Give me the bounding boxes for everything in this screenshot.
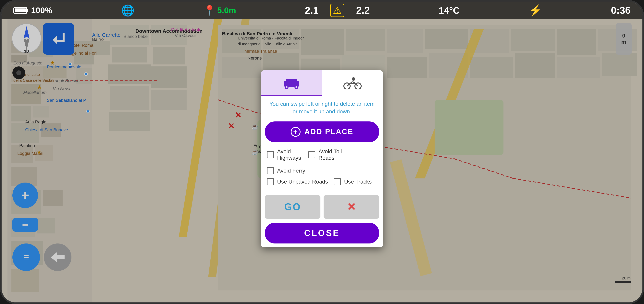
speed-display: 2.1 ⚠ 2.2 (305, 4, 370, 17)
current-speed: 2.1 (305, 5, 319, 16)
svg-point-79 (296, 86, 298, 88)
checkbox-avoid-ferry[interactable] (267, 167, 274, 174)
svg-point-78 (286, 86, 288, 88)
gps-container: 📍 5.0m (204, 5, 236, 16)
battery-percent: 100% (31, 6, 52, 15)
tab-car[interactable] (261, 70, 322, 96)
route-options: AvoidHighways Avoid TollRoads Avoid Ferr… (261, 144, 383, 193)
swipe-hint-text: You can swipe left or right to delete an… (270, 101, 374, 115)
option-avoid-ferry[interactable]: Avoid Ferry (267, 167, 305, 174)
device-frame: Alle Carrette Bairro Hotel Roma Angelino… (0, 0, 644, 304)
checkbox-unpaved[interactable] (267, 178, 274, 185)
battery-indicator (14, 7, 27, 14)
bluetooth-icon: ⚡ (528, 4, 542, 17)
option-unpaved[interactable]: Use Unpaved Roads (267, 178, 328, 185)
status-bar: 100% 🌐 📍 5.0m 2.1 ⚠ 2.2 14°C ⚡ 0:36 (2, 1, 642, 19)
label-avoid-toll: Avoid TollRoads (318, 148, 342, 161)
status-left: 100% (14, 6, 52, 15)
tab-bike[interactable] (322, 70, 383, 96)
x-cancel-icon: ✕ (347, 201, 356, 213)
option-avoid-highways[interactable]: AvoidHighways (267, 148, 302, 161)
time-display: 0:36 (611, 5, 630, 16)
swipe-hint: You can swipe left or right to delete an… (261, 96, 383, 119)
options-row-2: Use Unpaved Roads Use Tracks (267, 178, 377, 185)
label-unpaved: Use Unpaved Roads (277, 178, 328, 185)
checkbox-avoid-toll[interactable] (308, 151, 315, 158)
close-button[interactable]: CLOSE (265, 223, 379, 244)
route-modal: You can swipe left or right to delete an… (261, 70, 383, 247)
globe-icon: 🌐 (121, 4, 135, 17)
cancel-button[interactable]: ✕ (324, 195, 379, 219)
gps-icon: 📍 (204, 5, 216, 16)
speed-limit: 2.2 (356, 5, 370, 16)
transport-tabs (261, 70, 383, 96)
checkbox-avoid-highways[interactable] (267, 151, 274, 158)
plus-sign: + (293, 128, 298, 135)
option-tracks[interactable]: Use Tracks (334, 178, 372, 185)
label-tracks: Use Tracks (344, 178, 372, 185)
gps-accuracy: 5.0m (217, 6, 236, 15)
bike-icon-svg (343, 77, 362, 89)
battery-body (14, 7, 27, 14)
add-plus-circle: + (291, 127, 300, 137)
checkbox-tracks[interactable] (334, 178, 341, 185)
action-buttons-row: GO ✕ (265, 195, 379, 219)
car-icon-svg (282, 76, 301, 89)
label-avoid-highways: AvoidHighways (277, 148, 301, 161)
go-button[interactable]: GO (265, 195, 320, 219)
options-row-1: AvoidHighways Avoid TollRoads Avoid Ferr… (267, 148, 377, 174)
speed-limit-indicator: ⚠ (330, 4, 344, 17)
label-avoid-ferry: Avoid Ferry (277, 167, 305, 174)
svg-rect-75 (286, 79, 297, 83)
option-avoid-toll[interactable]: Avoid TollRoads (308, 148, 344, 161)
add-place-label: ADD PLACE (304, 128, 354, 136)
battery-fill (15, 8, 26, 12)
route-modal-overlay: You can swipe left or right to delete an… (2, 19, 642, 303)
temperature: 14°C (439, 5, 460, 16)
add-place-button[interactable]: + ADD PLACE (265, 122, 379, 142)
svg-point-85 (352, 77, 355, 81)
